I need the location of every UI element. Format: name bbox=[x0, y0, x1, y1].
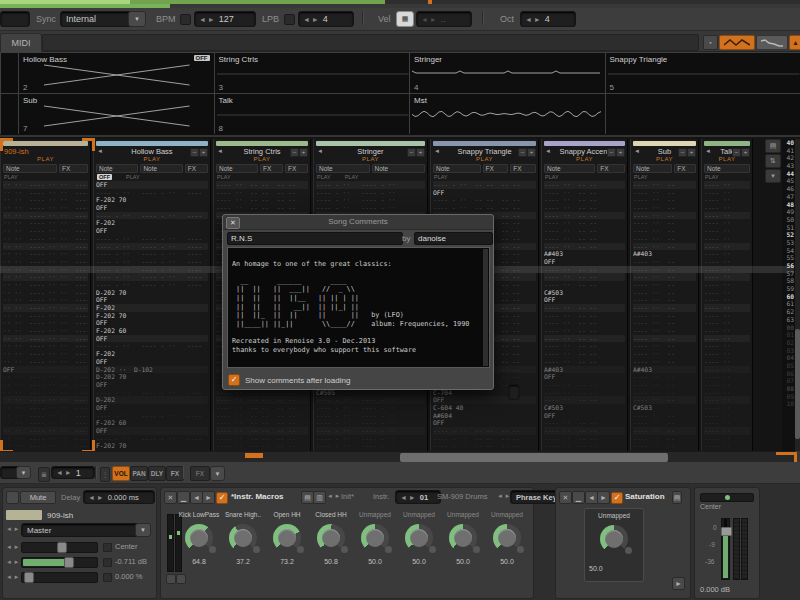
pattern-row[interactable]: OFF bbox=[96, 427, 208, 435]
fx-column-header[interactable]: FX bbox=[285, 164, 308, 173]
pattern-row[interactable]: ---- ·· -- bbox=[633, 212, 696, 220]
pattern-row[interactable]: OFF bbox=[544, 412, 625, 420]
pattern-row[interactable]: ·· ·· ---- ·· ·· ---- bbox=[3, 404, 88, 412]
scope-cell[interactable]: Snappy Triangle5 bbox=[605, 52, 800, 93]
pattern-track[interactable]: 909-ishPLAYNoteFXPLAY·· ·· ---- ·· ·· --… bbox=[0, 139, 91, 451]
pattern-row[interactable]: ---- ·· -- -- bbox=[544, 358, 625, 366]
note-column-header[interactable]: Note bbox=[633, 164, 672, 173]
device-enabled-checkbox[interactable]: ✓ bbox=[216, 492, 228, 504]
edit-step-icon[interactable]: ≣ bbox=[38, 467, 50, 482]
pattern-row[interactable]: ·· ·· ---- ·· ·· ---- bbox=[3, 281, 88, 289]
next-device-icon[interactable]: ► bbox=[202, 491, 215, 504]
pattern-row[interactable]: ---- ·· bbox=[704, 189, 750, 197]
pattern-row[interactable]: ---- ·· -- bbox=[633, 335, 696, 343]
expand-icon[interactable]: ▲ bbox=[789, 35, 800, 50]
pattern-row[interactable]: ---- ·· bbox=[704, 289, 750, 297]
track-slider[interactable] bbox=[21, 557, 98, 568]
pattern-row[interactable]: ---- - ·· ---- - ·· ---- bbox=[96, 258, 208, 266]
pattern-row[interactable]: ---- ·· -- -- bbox=[544, 312, 625, 320]
track-scopes-button[interactable] bbox=[719, 35, 755, 50]
pattern-row[interactable]: ---- - ·· ---- - ·· ---- bbox=[96, 212, 208, 220]
track-play-status[interactable]: PLAY bbox=[542, 156, 627, 163]
pattern-row[interactable]: ·· ·· ---- ·· ·· ---- bbox=[3, 219, 88, 227]
pattern-row[interactable]: ---- ·· -- -- bbox=[544, 342, 625, 350]
pattern-row[interactable]: ---- ·· bbox=[704, 358, 750, 366]
pattern-row[interactable]: ---- ·· -- -- -- -- bbox=[216, 442, 308, 450]
pattern-row[interactable]: D-202 bbox=[96, 396, 208, 404]
detach-icon[interactable]: ▪ bbox=[703, 35, 718, 50]
pattern-row[interactable]: ---- ·· bbox=[704, 319, 750, 327]
track-color-chip[interactable] bbox=[6, 510, 42, 520]
pattern-row[interactable]: ·· ·· ---- ·· ·· ---- bbox=[3, 358, 88, 366]
pattern-row[interactable]: ·· ·· ---- ·· ·· ---- bbox=[3, 243, 88, 251]
column-play-label[interactable]: PLAY bbox=[217, 174, 231, 180]
knob-reset-dot[interactable] bbox=[625, 547, 632, 554]
pattern-row[interactable]: ---- ·· bbox=[704, 250, 750, 258]
pattern-row[interactable]: ---- ·· bbox=[704, 350, 750, 358]
pattern-row[interactable]: C#503 bbox=[633, 404, 696, 412]
pattern-row[interactable]: ---- ·· bbox=[704, 227, 750, 235]
pattern-row[interactable]: ---- ·· -- -- bbox=[544, 204, 625, 212]
pattern-row[interactable]: ---- ·· -- bbox=[633, 204, 696, 212]
pattern-row[interactable]: OFF bbox=[433, 189, 536, 197]
pattern-row[interactable]: ---- ·· -- -- bbox=[544, 427, 625, 435]
knob-reset-dot[interactable] bbox=[517, 546, 524, 553]
pattern-row[interactable]: ---- - ·· ---- - ·· ---- bbox=[96, 266, 208, 274]
pattern-row[interactable]: ---- - ·· ---- - ·· ---- bbox=[96, 435, 208, 443]
minimize-icon[interactable]: ▁ bbox=[177, 491, 190, 504]
pattern-row[interactable]: F-202 70 bbox=[96, 312, 208, 320]
pattern-row[interactable]: ·· ·· ---- ·· ·· ---- bbox=[3, 412, 88, 420]
pattern-row[interactable]: ---- ·· -- -- bbox=[544, 389, 625, 397]
pattern-row[interactable]: ---- ·· -- -- bbox=[544, 227, 625, 235]
column-play-label[interactable]: PLAY bbox=[4, 174, 18, 180]
pattern-track[interactable]: ◄Talk–+PLAYNotePLAY---- ··---- ··---- ··… bbox=[701, 139, 753, 451]
pattern-row[interactable]: ---- ·· bbox=[704, 243, 750, 251]
pattern-row[interactable]: ---- ·· -- -- -- -- bbox=[216, 396, 308, 404]
preset-name[interactable]: Init* bbox=[341, 492, 354, 501]
device-enabled-checkbox[interactable]: ✓ bbox=[611, 492, 623, 504]
column-play-label[interactable]: PLAY bbox=[545, 174, 559, 180]
pattern-row[interactable]: ---- ·· bbox=[704, 404, 750, 412]
pattern-row[interactable]: ---- ·· -- -- bbox=[544, 381, 625, 389]
pattern-row[interactable]: ---- ·· -- -- -- -- bbox=[216, 427, 308, 435]
pattern-row[interactable]: OFF bbox=[96, 358, 208, 366]
pattern-row[interactable]: ---- ·· bbox=[704, 266, 750, 274]
pattern-row[interactable]: ·· ·· ---- ·· ·· ---- bbox=[3, 250, 88, 258]
pattern-row[interactable]: ---- - ·· ---- - ·· bbox=[316, 412, 425, 420]
pattern-row[interactable]: ---- ·· -- bbox=[633, 258, 696, 266]
pattern-row[interactable]: OFF bbox=[96, 335, 208, 343]
track-play-status[interactable]: PLAY bbox=[1, 156, 90, 163]
pattern-row[interactable]: ---- ·· bbox=[704, 204, 750, 212]
close-icon[interactable]: ✕ bbox=[226, 217, 240, 229]
note-column-header[interactable]: Note bbox=[704, 164, 750, 173]
pattern-row[interactable]: ---- ·· -- -- -- -- bbox=[216, 412, 308, 420]
slider-checkbox[interactable] bbox=[103, 558, 112, 567]
pattern-row[interactable]: ·· ·· ---- ·· ·· ---- bbox=[3, 312, 88, 320]
pattern-row[interactable]: ---- ·· -- -- bbox=[544, 319, 625, 327]
track-play-status[interactable]: PLAY bbox=[702, 156, 752, 163]
pattern-row[interactable]: ---- ·· -- bbox=[633, 296, 696, 304]
fx-column-header[interactable]: FX bbox=[185, 164, 208, 173]
pattern-track[interactable]: ◄Snappy Accent–+PLAYNoteFXPLAY---- ·· --… bbox=[541, 139, 628, 451]
pattern-row[interactable]: ---- ·· -- bbox=[633, 281, 696, 289]
pattern-row[interactable]: ---- ·· bbox=[704, 342, 750, 350]
pattern-row[interactable]: ---- ·· -- -- bbox=[544, 235, 625, 243]
pattern-grid-icon[interactable]: ▤ bbox=[765, 139, 781, 153]
knob-reset-dot[interactable] bbox=[473, 546, 480, 553]
pattern-row[interactable]: ---- - ·· ---- - ·· bbox=[316, 204, 425, 212]
column-play-label[interactable]: PLAY bbox=[345, 174, 359, 180]
pattern-row[interactable]: ---- ·· -- -- bbox=[544, 281, 625, 289]
track-slider[interactable] bbox=[21, 542, 98, 553]
pattern-row[interactable]: ---- ·· -- -- bbox=[544, 181, 625, 189]
pattern-row[interactable]: ---- ·· -- -- bbox=[544, 335, 625, 343]
pattern-row[interactable]: OFF bbox=[3, 366, 88, 374]
slider-checkbox[interactable] bbox=[103, 543, 112, 552]
knob-reset-dot[interactable] bbox=[385, 546, 392, 553]
pattern-row[interactable]: ---- ·· -- -- -- -- bbox=[216, 196, 308, 204]
pattern-row[interactable]: ·· ·· ---- ·· ·· ---- bbox=[3, 435, 88, 443]
pattern-row[interactable]: OFF bbox=[544, 373, 625, 381]
pattern-row[interactable]: ---- ·· -- -- bbox=[544, 396, 625, 404]
pattern-row[interactable]: ---- ·· -- -- bbox=[544, 273, 625, 281]
pattern-row[interactable]: ·· ·· ---- ·· ·· ---- bbox=[3, 266, 88, 274]
pattern-row[interactable]: ---- ·· -- -- bbox=[544, 304, 625, 312]
